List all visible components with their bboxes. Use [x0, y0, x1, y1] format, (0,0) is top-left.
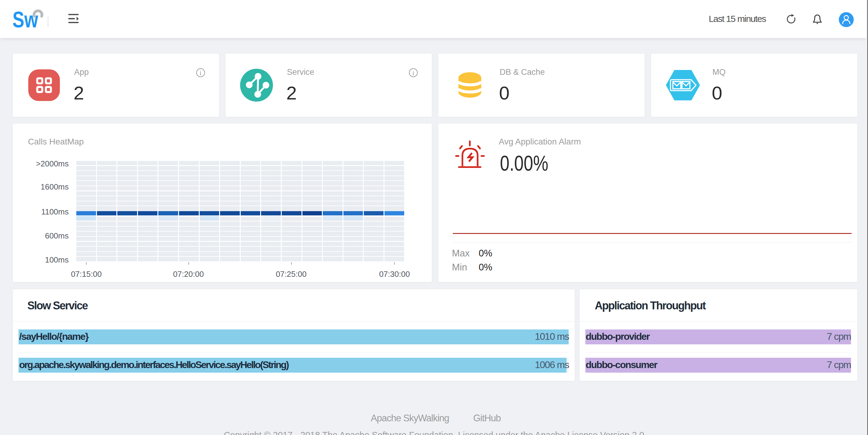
- svg-text:Sw: Sw: [12, 7, 38, 32]
- svg-text:i: i: [412, 69, 414, 77]
- svg-text:i: i: [200, 69, 202, 77]
